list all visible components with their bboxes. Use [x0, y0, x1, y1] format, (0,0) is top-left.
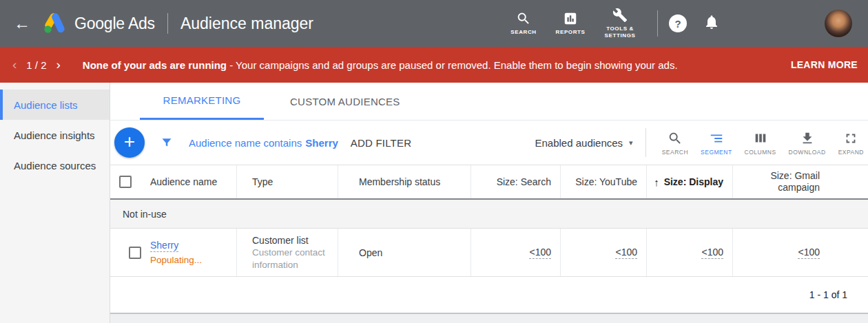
- banner-previous-icon[interactable]: ‹: [8, 57, 21, 72]
- banner-message-body: - Your campaigns and ad groups are pause…: [227, 59, 678, 71]
- sidebar-item-audience-lists[interactable]: Audience lists: [0, 90, 110, 120]
- size-youtube-value: <100: [615, 247, 637, 259]
- banner-message: None of your ads are running - Your camp…: [83, 59, 678, 71]
- sort-ascending-icon: ↑: [654, 176, 659, 188]
- column-header-size-display[interactable]: ↑Size: Display: [646, 165, 732, 198]
- expand-button[interactable]: EXPAND: [832, 130, 868, 156]
- type-detail: Customer contact information: [252, 247, 336, 271]
- dropdown-caret-icon: ▾: [629, 138, 633, 147]
- expand-icon: [843, 131, 858, 146]
- back-icon[interactable]: ←: [14, 15, 30, 32]
- topbar-tools-settings-label: TOOLS & SETTINGS: [596, 25, 644, 39]
- toolbar-right-actions: Enabled audiences ▾ SEARCH SEGMENT COLUM…: [535, 128, 868, 157]
- active-filter-chip[interactable]: Audience name containsSherry: [189, 137, 338, 149]
- audience-name-cell: Sherry Populating...: [150, 229, 236, 276]
- columns-icon: [753, 131, 768, 146]
- segment-button[interactable]: SEGMENT: [694, 130, 738, 156]
- table-header: Audience name Type Membership status Siz…: [110, 165, 868, 200]
- size-gmail-value: <100: [798, 247, 820, 259]
- table-search-button[interactable]: SEARCH: [656, 130, 694, 156]
- audience-view-selector-value: Enabled audiences: [535, 137, 623, 149]
- topbar-tools-settings-button[interactable]: TOOLS & SETTINGS: [596, 8, 644, 39]
- select-all-checkbox[interactable]: [119, 176, 132, 188]
- alert-banner: ‹ 1 / 2 › None of your ads are running -…: [0, 47, 868, 83]
- type-cell: Customer list Customer contact informati…: [236, 229, 338, 276]
- help-icon[interactable]: ?: [669, 14, 687, 32]
- column-header-size-gmail-label: Size: Gmail campaign: [733, 170, 820, 194]
- wrench-icon: [612, 8, 628, 23]
- type-value: Customer list: [252, 234, 309, 247]
- topbar-actions: SEARCH REPORTS TOOLS & SETTINGS ?: [500, 8, 868, 39]
- column-header-audience-name[interactable]: Audience name: [150, 165, 236, 198]
- column-header-size-display-label: Size: Display: [664, 176, 723, 187]
- page-background: [110, 313, 868, 323]
- filter-value: Sherry: [305, 137, 338, 149]
- size-display-value: <100: [701, 247, 723, 259]
- brand-name: Google Ads: [74, 14, 155, 33]
- search-icon: [668, 131, 683, 146]
- reports-icon: [563, 11, 578, 26]
- populating-status: Populating...: [150, 255, 202, 265]
- google-ads-logo-icon: [41, 12, 68, 35]
- size-display-cell: <100: [646, 229, 732, 276]
- banner-next-icon[interactable]: ›: [52, 57, 65, 72]
- banner-message-title: None of your ads are running: [83, 59, 227, 71]
- topbar-search-label: SEARCH: [510, 29, 536, 36]
- banner-pagination: 1 / 2: [26, 59, 46, 71]
- column-header-size-gmail[interactable]: Size: Gmail campaign: [732, 165, 868, 198]
- toolbar-divider: [645, 128, 646, 157]
- download-label: DOWNLOAD: [789, 149, 826, 156]
- tab-custom-audiences[interactable]: CUSTOM AUDIENCES: [264, 83, 426, 120]
- top-app-bar: ← Google Ads Audience manager SEARCH REP…: [0, 0, 868, 47]
- columns-button[interactable]: COLUMNS: [738, 130, 783, 156]
- download-icon: [800, 131, 815, 146]
- user-avatar[interactable]: [825, 10, 852, 37]
- table-search-label: SEARCH: [662, 149, 688, 156]
- main-panel: REMARKETING CUSTOM AUDIENCES + Audience …: [110, 83, 868, 323]
- search-icon: [516, 11, 531, 26]
- left-sidebar: Audience lists Audience insights Audienc…: [0, 83, 110, 323]
- filter-icon[interactable]: [160, 136, 174, 149]
- content-area: Audience lists Audience insights Audienc…: [0, 83, 868, 323]
- table-toolbar: + Audience name containsSherry ADD FILTE…: [110, 121, 868, 165]
- add-filter-button[interactable]: ADD FILTER: [351, 137, 411, 149]
- sidebar-item-audience-sources[interactable]: Audience sources: [0, 150, 110, 180]
- learn-more-link[interactable]: LEARN MORE: [791, 59, 858, 70]
- column-header-membership-status[interactable]: Membership status: [338, 165, 471, 198]
- expand-label: EXPAND: [838, 149, 864, 156]
- download-button[interactable]: DOWNLOAD: [783, 130, 832, 156]
- audience-view-selector[interactable]: Enabled audiences ▾: [535, 137, 632, 149]
- table-pagination: 1 - 1 of 1: [110, 277, 868, 313]
- size-search-cell: <100: [471, 229, 560, 276]
- column-header-type[interactable]: Type: [236, 165, 338, 198]
- table-row: Sherry Populating... Customer list Custo…: [110, 229, 868, 277]
- page-title: Audience manager: [180, 14, 313, 33]
- topbar-reports-button[interactable]: REPORTS: [549, 11, 592, 36]
- add-audience-button[interactable]: +: [114, 127, 145, 158]
- sidebar-item-audience-insights[interactable]: Audience insights: [0, 120, 110, 150]
- size-search-value: <100: [529, 247, 551, 259]
- column-header-size-youtube[interactable]: Size: YouTube: [560, 165, 646, 198]
- notifications-bell-icon[interactable]: [703, 14, 720, 33]
- topbar-reports-label: REPORTS: [556, 29, 586, 36]
- column-header-size-search[interactable]: Size: Search: [471, 165, 560, 198]
- size-gmail-cell: <100: [732, 229, 868, 276]
- google-ads-logo[interactable]: Google Ads: [41, 12, 155, 35]
- tab-bar: REMARKETING CUSTOM AUDIENCES: [110, 83, 868, 121]
- topbar-search-button[interactable]: SEARCH: [502, 11, 545, 36]
- membership-status-cell: Open: [338, 229, 471, 276]
- tab-remarketing[interactable]: REMARKETING: [140, 83, 264, 120]
- row-checkbox[interactable]: [129, 247, 141, 259]
- topbar-divider: [657, 10, 658, 37]
- size-youtube-cell: <100: [560, 229, 646, 276]
- filter-condition: Audience name contains: [189, 137, 302, 149]
- segment-label: SEGMENT: [701, 149, 732, 156]
- segment-icon: [709, 131, 724, 146]
- topbar-divider: [167, 13, 168, 34]
- audience-name-link[interactable]: Sherry: [150, 240, 178, 252]
- table-group-row: Not in-use: [110, 200, 868, 229]
- columns-label: COLUMNS: [745, 149, 776, 156]
